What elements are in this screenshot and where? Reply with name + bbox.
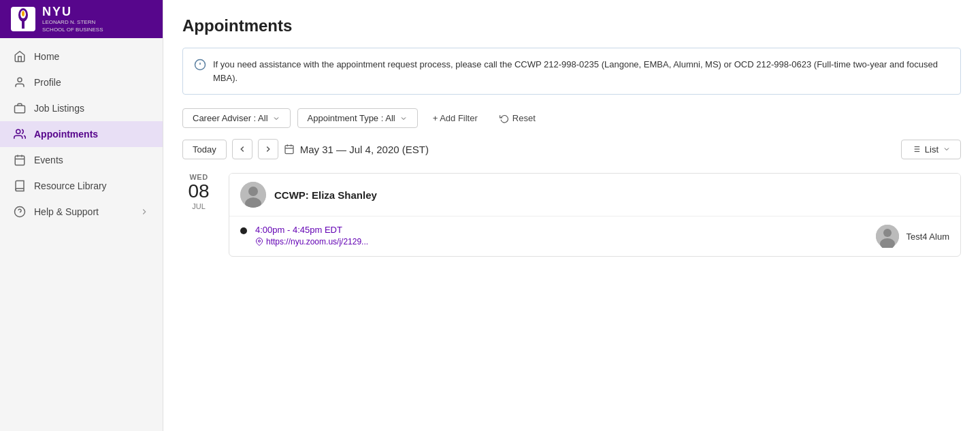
- day-number: 08: [182, 181, 215, 202]
- svg-point-6: [16, 129, 20, 133]
- person-avatar: [876, 225, 899, 248]
- svg-rect-5: [15, 106, 25, 113]
- career-adviser-filter-label: Career Adviser : All: [193, 113, 268, 123]
- sidebar-item-appointments[interactable]: Appointments: [0, 121, 163, 147]
- person-name: Test4 Alum: [906, 232, 949, 242]
- event-header: CCWP: Eliza Shanley: [229, 174, 960, 217]
- sidebar-item-profile-label: Profile: [34, 77, 149, 88]
- svg-point-31: [883, 229, 892, 237]
- sidebar-item-help-support[interactable]: Help & Support: [0, 199, 163, 225]
- main-content: Appointments If you need assistance with…: [163, 0, 980, 431]
- filter-bar: Career Adviser : All Appointment Type : …: [182, 108, 961, 128]
- home-icon: [14, 50, 26, 63]
- career-adviser-filter[interactable]: Career Adviser : All: [182, 108, 291, 128]
- calendar-icon: [14, 154, 26, 166]
- info-banner-text: If you need assistance with the appointm…: [213, 58, 949, 84]
- sidebar-item-home[interactable]: Home: [0, 44, 163, 69]
- list-view-label: List: [925, 144, 938, 155]
- info-banner: If you need assistance with the appointm…: [182, 48, 961, 95]
- person-icon: [14, 76, 26, 89]
- svg-rect-7: [15, 156, 24, 165]
- sidebar-item-job-listings-label: Job Listings: [34, 103, 149, 114]
- svg-point-29: [259, 240, 261, 242]
- school-name: LEONARD N. STERNSCHOOL OF BUSINESS: [42, 19, 103, 33]
- svg-point-27: [248, 187, 258, 196]
- event-person: Test4 Alum: [876, 225, 949, 248]
- event-title: CCWP: Eliza Shanley: [274, 189, 377, 201]
- help-icon: [14, 206, 26, 218]
- today-button[interactable]: Today: [182, 140, 227, 159]
- torch-icon: [16, 8, 31, 30]
- day-label: WED 08 JUL: [182, 173, 215, 210]
- nyu-logo-icon: [11, 7, 35, 31]
- svg-rect-16: [285, 146, 293, 154]
- sidebar-item-profile[interactable]: Profile: [0, 69, 163, 95]
- calendar-range-icon: [284, 144, 295, 155]
- sidebar-item-help-support-label: Help & Support: [34, 206, 131, 217]
- sidebar-item-resource-library-label: Resource Library: [34, 180, 149, 191]
- adviser-avatar-icon: [240, 182, 266, 208]
- list-view-button[interactable]: List: [901, 140, 961, 159]
- nyu-label: NYU: [42, 5, 103, 19]
- date-range: May 31 — Jul 4, 2020 (EST): [284, 144, 429, 155]
- next-arrow-button[interactable]: [258, 139, 278, 159]
- add-filter-label: + Add Filter: [433, 113, 478, 123]
- sidebar: NYU LEONARD N. STERNSCHOOL OF BUSINESS H…: [0, 0, 163, 431]
- prev-arrow-button[interactable]: [232, 139, 252, 159]
- person-avatar-icon: [876, 225, 899, 248]
- event-location-text: https://nyu.zoom.us/j/2129...: [266, 237, 368, 246]
- list-icon: [911, 144, 921, 154]
- logo-area: NYU LEONARD N. STERNSCHOOL OF BUSINESS: [0, 0, 163, 38]
- event-location: https://nyu.zoom.us/j/2129...: [255, 237, 868, 246]
- add-filter-button[interactable]: + Add Filter: [425, 109, 486, 127]
- appointments-list: WED 08 JUL CCWP: Eliza Shanley 4:00pm - …: [182, 173, 961, 257]
- sidebar-item-home-label: Home: [34, 51, 149, 62]
- sidebar-item-appointments-label: Appointments: [34, 129, 149, 140]
- location-pin-icon: [255, 238, 263, 246]
- reset-label: Reset: [512, 113, 536, 123]
- chevron-left-icon: [238, 144, 247, 154]
- sidebar-item-events-label: Events: [34, 155, 149, 165]
- appointment-type-filter-label: Appointment Type : All: [308, 113, 395, 123]
- event-detail: 4:00pm - 4:45pm EDT https://nyu.zoom.us/…: [229, 217, 960, 256]
- event-dot: [240, 227, 247, 234]
- svg-point-3: [22, 11, 24, 16]
- event-info: 4:00pm - 4:45pm EDT https://nyu.zoom.us/…: [255, 225, 868, 246]
- info-icon: [194, 59, 206, 71]
- reset-icon: [500, 114, 509, 123]
- list-chevron-down-icon: [943, 145, 951, 153]
- briefcase-icon: [14, 102, 26, 114]
- chevron-down-icon: [272, 114, 280, 123]
- chevron-down-icon-2: [399, 114, 408, 123]
- sidebar-item-events[interactable]: Events: [0, 147, 163, 173]
- chevron-right-icon: [140, 207, 149, 217]
- nav-menu: Home Profile Job Listings Appointments E…: [0, 38, 163, 431]
- chevron-right-icon-nav: [263, 144, 273, 154]
- date-range-text: May 31 — Jul 4, 2020 (EST): [300, 144, 429, 155]
- svg-point-4: [18, 78, 22, 82]
- appointment-type-filter[interactable]: Appointment Type : All: [297, 108, 418, 128]
- event-time: 4:00pm - 4:45pm EDT: [255, 225, 868, 235]
- page-title: Appointments: [182, 16, 961, 35]
- adviser-avatar: [240, 182, 266, 208]
- people-icon: [14, 128, 26, 140]
- sidebar-item-resource-library[interactable]: Resource Library: [0, 173, 163, 199]
- book-icon: [14, 180, 26, 192]
- event-card: CCWP: Eliza Shanley 4:00pm - 4:45pm EDT …: [229, 173, 961, 257]
- logo-text: NYU LEONARD N. STERNSCHOOL OF BUSINESS: [42, 5, 103, 33]
- date-nav: Today May 31 — Jul 4, 2020 (EST) List: [182, 139, 961, 159]
- month-label: JUL: [182, 202, 215, 210]
- sidebar-item-job-listings[interactable]: Job Listings: [0, 95, 163, 121]
- reset-button[interactable]: Reset: [493, 109, 542, 127]
